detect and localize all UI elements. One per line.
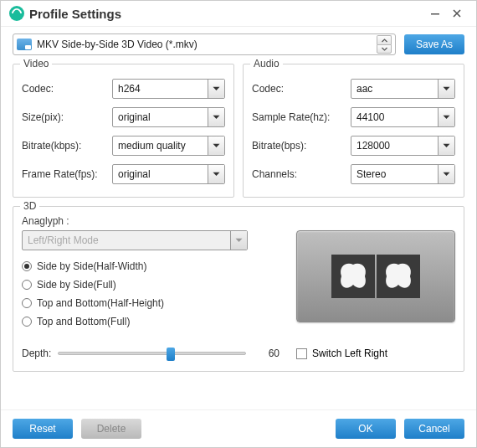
audio-legend: Audio — [250, 58, 283, 70]
switch-lr-checkbox[interactable]: Switch Left Right — [296, 348, 455, 359]
minimize-icon — [430, 8, 440, 18]
bottom-bar: Reset Delete OK Cancel — [1, 409, 476, 447]
3d-fieldset: 3D Anaglyph : Left/Right Mode Side by Si… — [13, 206, 464, 372]
depth-row: Depth: 60 — [22, 348, 280, 359]
3d-legend: 3D — [20, 200, 39, 212]
chevron-down-icon — [230, 231, 247, 250]
radio-tab-full[interactable]: Top and Bottom(Full) — [22, 312, 280, 331]
profile-row: MKV Side-by-Side 3D Video (*.mkv) Save A… — [1, 27, 476, 60]
video-legend: Video — [20, 58, 52, 70]
audio-fieldset: Audio Codec: aac Sample Rate(hz): 44100 … — [243, 64, 464, 198]
depth-label: Depth: — [22, 348, 51, 359]
app-icon — [9, 6, 24, 21]
reset-button[interactable]: Reset — [13, 419, 73, 439]
depth-value: 60 — [253, 348, 280, 359]
anaglyph-select: Left/Right Mode — [22, 230, 248, 250]
radio-tab-half[interactable]: Top and Bottom(Half-Height) — [22, 294, 280, 312]
ok-button[interactable]: OK — [336, 419, 396, 439]
butterfly-right-icon — [377, 255, 420, 298]
svg-rect-0 — [431, 13, 439, 15]
3d-preview — [296, 230, 455, 322]
close-icon — [452, 8, 462, 18]
radio-sbs-half[interactable]: Side by Side(Half-Width) — [22, 257, 280, 275]
chevron-down-icon — [438, 165, 454, 183]
chevron-down-icon — [208, 136, 224, 155]
video-fieldset: Video Codec: h264 Size(pix): original Bi… — [13, 64, 234, 198]
video-codec-label: Codec: — [22, 83, 112, 95]
video-fps-select[interactable]: original — [112, 164, 225, 184]
radio-icon — [22, 298, 32, 308]
profile-select-text: MKV Side-by-Side 3D Video (*.mkv) — [37, 39, 377, 50]
butterfly-left-icon — [331, 255, 375, 298]
chevron-down-icon — [438, 80, 454, 98]
slider-thumb[interactable] — [167, 348, 175, 361]
audio-bitrate-select[interactable]: 128000 — [351, 136, 455, 156]
radio-icon — [22, 317, 32, 327]
audio-codec-select[interactable]: aac — [351, 79, 455, 99]
window-title: Profile Settings — [29, 7, 424, 21]
video-fps-label: Frame Rate(fps): — [22, 168, 112, 180]
3d-mode-radios: Side by Side(Half-Width) Side by Side(Fu… — [22, 257, 280, 331]
profile-select[interactable]: MKV Side-by-Side 3D Video (*.mkv) — [13, 33, 396, 55]
video-bitrate-label: Bitrate(kbps): — [22, 140, 112, 152]
profile-spin-up[interactable] — [377, 35, 392, 44]
anaglyph-label: Anaglyph : — [22, 215, 280, 227]
checkbox-icon — [296, 348, 307, 359]
cancel-button[interactable]: Cancel — [404, 419, 464, 439]
video-size-select[interactable]: original — [112, 107, 225, 127]
audio-sr-label: Sample Rate(hz): — [252, 111, 351, 123]
delete-button: Delete — [81, 419, 141, 439]
minimize-button[interactable] — [424, 6, 446, 21]
mkv-icon — [17, 39, 32, 50]
chevron-down-icon — [438, 108, 454, 126]
profile-spin-down[interactable] — [377, 44, 392, 54]
audio-ch-select[interactable]: Stereo — [351, 164, 455, 184]
audio-ch-label: Channels: — [252, 168, 351, 180]
audio-codec-label: Codec: — [252, 83, 351, 95]
video-size-label: Size(pix): — [22, 111, 112, 123]
radio-icon — [22, 261, 32, 271]
save-as-button[interactable]: Save As — [404, 34, 464, 54]
audio-bitrate-label: Bitrate(bps): — [252, 140, 351, 152]
chevron-down-icon — [382, 47, 387, 51]
close-button[interactable] — [446, 6, 468, 21]
profile-spin — [377, 35, 392, 54]
titlebar: Profile Settings — [1, 1, 476, 27]
video-codec-select[interactable]: h264 — [112, 79, 225, 99]
video-bitrate-select[interactable]: medium quality — [112, 136, 225, 156]
audio-sr-select[interactable]: 44100 — [351, 107, 455, 127]
chevron-down-icon — [208, 80, 224, 98]
radio-sbs-full[interactable]: Side by Side(Full) — [22, 275, 280, 294]
chevron-up-icon — [382, 39, 387, 43]
radio-icon — [22, 280, 32, 290]
profile-settings-window: Profile Settings MKV Side-by-Side 3D Vid… — [0, 0, 477, 448]
chevron-down-icon — [208, 108, 224, 126]
panels: Video Codec: h264 Size(pix): original Bi… — [1, 60, 476, 199]
chevron-down-icon — [208, 165, 224, 183]
chevron-down-icon — [438, 136, 454, 155]
depth-slider[interactable] — [58, 352, 246, 355]
